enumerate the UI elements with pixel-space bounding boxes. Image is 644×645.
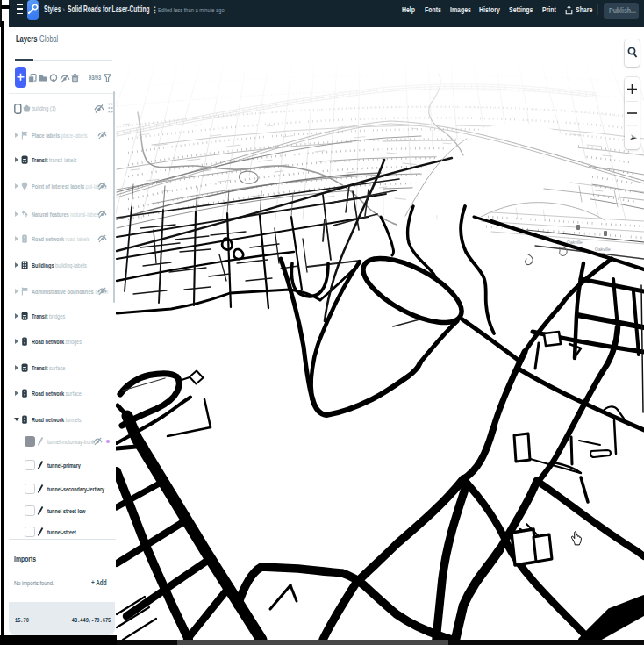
- svg-text:Oakville: Oakville: [567, 240, 583, 245]
- svg-text:Oakville: Oakville: [595, 247, 611, 252]
